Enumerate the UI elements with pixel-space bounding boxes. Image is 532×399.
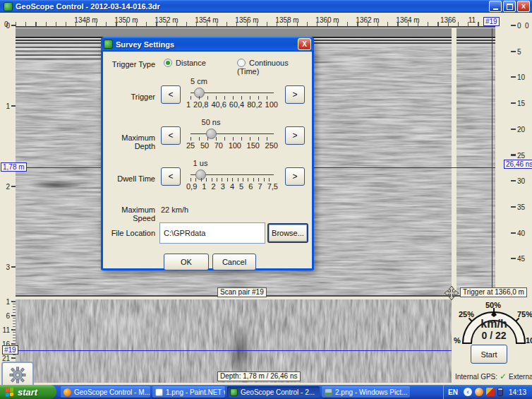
time-marker[interactable]: 26,46 ns — [504, 160, 532, 169]
window-titlebar[interactable]: GeoScope Control - 2012-03-14-016.3dr X — [0, 0, 532, 13]
dwell-time-tick-label: 2 — [212, 182, 216, 191]
trigger-decrement-button[interactable]: < — [161, 85, 181, 104]
time-scale-tick: 15 — [517, 100, 525, 107]
close-button[interactable]: X — [517, 1, 530, 12]
dwell-time-slider-labels: 0,912345677,5 — [186, 182, 278, 191]
cancel-button[interactable]: Cancel — [212, 254, 256, 270]
start-menu-button[interactable]: start — [0, 385, 56, 399]
dwell-time-tick-label: 0,9 — [186, 182, 197, 191]
tray-timer-icon[interactable] — [475, 388, 483, 396]
ok-button[interactable]: OK — [164, 254, 209, 270]
trigger-tick-label: 20,8 — [193, 100, 208, 109]
dwell-time-tick-label: 3 — [221, 182, 225, 191]
language-indicator[interactable]: EN — [448, 388, 458, 396]
scan-pair-cursor-line[interactable] — [492, 28, 492, 297]
time-scale-tick: 35 — [517, 203, 525, 210]
maximum-depth-tick-label: 250 — [265, 141, 278, 150]
dwell-time-tick-label: 1 — [202, 182, 206, 191]
trigger-increment-button[interactable]: > — [285, 85, 305, 104]
taskbar-clock: 14:13 — [509, 388, 526, 396]
trigger-slider[interactable]: 5 cm 120,840,660,480,2100 — [185, 77, 279, 109]
minimize-button[interactable] — [489, 1, 502, 12]
survey-settings-dialog: Survey Settings X Trigger Type Distance … — [101, 37, 314, 270]
maximum-depth-increment-button[interactable]: > — [285, 126, 305, 145]
settings-button[interactable] — [1, 362, 34, 388]
dwell-time-slider[interactable]: 1 us 0,912345677,5 — [185, 159, 279, 191]
gauge-speed-value: 0 / 22 — [473, 330, 515, 341]
browse-button[interactable]: Browse... — [267, 223, 308, 243]
dwell-time-tick-label: 7,5 — [267, 182, 278, 191]
time-scale-tick: 30 — [517, 177, 525, 185]
depth-scale-tick: 3 — [0, 263, 10, 271]
gauge-100-label: 100 — [526, 336, 532, 345]
taskbar-task-button[interactable]: GeoScope Control - M... — [61, 386, 150, 398]
tray-collapse-icon[interactable]: ‹ — [464, 388, 472, 396]
tray-battery-icon[interactable] — [497, 388, 503, 396]
maximum-depth-value: 50 ns — [190, 118, 232, 126]
gps-check-icon: ✓ — [500, 371, 507, 381]
time-scale-tick: 40 — [517, 229, 525, 237]
taskbar-task-button[interactable]: 2.png - Windows Pict... — [322, 386, 410, 398]
dialog-titlebar[interactable]: Survey Settings X — [101, 37, 314, 52]
move-cursor-icon — [444, 285, 459, 301]
time-scale-tick: 5 — [517, 47, 521, 55]
time-scale-tick: 45 — [517, 255, 525, 263]
maximum-depth-slider[interactable]: 50 ns 255070100150250 — [185, 118, 279, 150]
gauge-50-label: 50% — [485, 301, 501, 309]
radio-distance[interactable]: Distance — [164, 59, 206, 67]
dialog-title: Survey Settings — [116, 40, 298, 49]
restore-icon — [507, 4, 513, 10]
maximum-depth-slider-track[interactable] — [191, 133, 274, 134]
maximum-depth-tick-label: 70 — [214, 141, 223, 150]
radio-distance-icon[interactable] — [164, 59, 172, 67]
task-app-icon — [325, 388, 332, 396]
depth-info-label: Depth: 1,78 m / 26,46 ns — [217, 371, 301, 381]
tray-alert-icon[interactable] — [486, 388, 495, 396]
task-label: GeoScope Control - M... — [74, 388, 150, 396]
file-location-field[interactable]: C:\GPRdata — [159, 222, 265, 244]
dialog-app-icon — [104, 40, 113, 49]
time-scale-tick: 25 — [517, 151, 525, 159]
dialog-close-button[interactable]: X — [298, 38, 311, 50]
trigger-tick-label: 100 — [265, 100, 278, 109]
restore-button[interactable] — [503, 1, 516, 12]
scan-strip-scale-tick: 6 — [0, 312, 10, 320]
trigger-tick-label: 40,6 — [211, 100, 226, 109]
task-app-icon — [230, 388, 238, 396]
trigger-tick-label: 1 — [186, 100, 191, 109]
file-location-value: C:\GPRdata — [164, 229, 205, 237]
time-scale-tick: 10 — [517, 73, 525, 81]
ruler-baseline — [16, 26, 495, 28]
task-label: 1.png - Paint.NET v3.... — [166, 388, 225, 396]
scan-strip-anomaly — [16, 299, 452, 383]
windows-logo-icon — [6, 387, 14, 396]
radio-distance-label: Distance — [176, 59, 206, 67]
depth-scale-tick: 0 — [0, 22, 10, 30]
dwell-time-tick-label: 6 — [248, 182, 253, 191]
maximum-speed-label: Maximum Speed — [103, 206, 155, 222]
maximum-depth-label: Maximum Depth — [103, 133, 155, 150]
scan-pair-ruler-marker[interactable]: #19 — [483, 17, 500, 26]
trigger-label: Trigger — [103, 93, 155, 101]
radio-continuous[interactable]: Continuous (Time) — [237, 59, 312, 76]
scan-strip-view[interactable] — [16, 299, 452, 383]
external-gps-label: External G — [509, 373, 532, 381]
radio-continuous-icon[interactable] — [237, 59, 246, 67]
time-scale-tick: 0 — [517, 22, 521, 30]
gauge-75-label: 75% — [517, 310, 532, 318]
scan-strip-cursor-line[interactable] — [16, 350, 452, 351]
dwell-time-increment-button[interactable]: > — [285, 167, 305, 186]
time-scale-tick: 20 — [517, 125, 525, 133]
taskbar-task-button[interactable]: 1.png - Paint.NET v3.... — [152, 386, 225, 398]
maximum-depth-decrement-button[interactable]: < — [161, 126, 181, 145]
dwell-time-decrement-button[interactable]: < — [161, 167, 181, 186]
scan-strip-scale-tick: 11 — [0, 326, 10, 334]
scan-strip-marker[interactable]: #19 — [2, 345, 18, 355]
window-title: GeoScope Control - 2012-03-14-016.3dr — [16, 2, 488, 11]
depth-marker[interactable]: 1,78 m — [1, 162, 27, 172]
radargram-file-gap — [452, 28, 457, 297]
maximum-depth-tick-label: 150 — [247, 141, 260, 150]
taskbar-task-button[interactable]: GeoScope Control - 2... — [227, 386, 320, 398]
trigger-slider-labels: 120,840,660,480,2100 — [186, 100, 278, 109]
start-survey-button[interactable]: Start — [471, 345, 507, 364]
